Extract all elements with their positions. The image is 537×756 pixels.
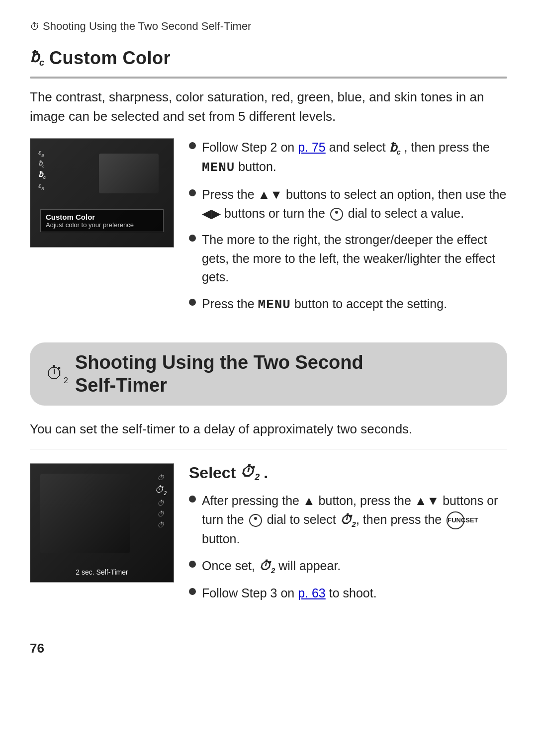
camera-menu-title: Custom Color bbox=[46, 213, 158, 221]
arrow-updown-2: ▲▼ bbox=[415, 494, 440, 507]
selftimer-select-heading: Select ⏱2 . bbox=[189, 463, 507, 483]
selftimer-heading: Shooting Using the Two Second Self-Timer bbox=[75, 351, 363, 397]
bullet-dot-3 bbox=[189, 235, 196, 242]
custom-color-section: ƀc Custom Color The contrast, sharpness,… bbox=[30, 48, 507, 323]
st-bullet-1-text: After pressing the ▲ button, press the ▲… bbox=[202, 492, 507, 549]
bullet-3: The more to the right, the stronger/deep… bbox=[189, 231, 507, 287]
selftimer-description: You can set the self-timer to a delay of… bbox=[30, 420, 507, 449]
link-p75[interactable]: p. 75 bbox=[298, 140, 326, 154]
menu-key-1: MENU bbox=[202, 160, 235, 175]
icon-timer-inactive-4: ⏱ bbox=[157, 521, 164, 529]
timer-sym-inline: ⏱2 bbox=[340, 512, 356, 526]
bullet-4: Press the MENU button to accept the sett… bbox=[189, 295, 507, 315]
camera-icons-row: εB ƀc ƀc εR bbox=[38, 149, 46, 191]
selftimer-icon: ⏱ bbox=[30, 21, 40, 32]
arrow-up-1: ▲ bbox=[303, 494, 315, 507]
st-bullet-3-text: Follow Step 3 on p. 63 to shoot. bbox=[202, 584, 377, 603]
dial-icon-1 bbox=[330, 208, 343, 221]
st-bullet-2-text: Once set, ⏱2 will appear. bbox=[202, 557, 341, 577]
arrow-leftright: ◀▶ bbox=[202, 206, 221, 220]
icon-eb: εB bbox=[38, 149, 46, 158]
selftimer-bullets: After pressing the ▲ button, press the ▲… bbox=[189, 492, 507, 603]
custom-color-heading: Custom Color bbox=[49, 48, 171, 69]
bullet-4-text: Press the MENU button to accept the sett… bbox=[202, 295, 447, 315]
camera-sim-2: ⏱ ⏱2 ⏱ ⏱ ⏱ 2 sec. Self-Timer bbox=[30, 464, 174, 582]
title-divider bbox=[30, 77, 507, 79]
bullet-2: Press the ▲▼ buttons to select an option… bbox=[189, 185, 507, 223]
bullet-1: Follow Step 2 on p. 75 and select ƀc , t… bbox=[189, 138, 507, 177]
selftimer-sym: ⏱2 bbox=[240, 463, 260, 483]
st-bullet-dot-1 bbox=[189, 496, 196, 503]
custom-color-bullets: Follow Step 2 on p. 75 and select ƀc , t… bbox=[189, 138, 507, 323]
selftimer-content: Select ⏱2 . After pressing the ▲ button,… bbox=[189, 463, 507, 611]
bullet-3-text: The more to the right, the stronger/deep… bbox=[202, 231, 507, 287]
icon-timer-inactive-1: ⏱ bbox=[157, 474, 164, 482]
st-bullet-dot-2 bbox=[189, 561, 196, 568]
selftimer-label-bottom: 2 sec. Self-Timer bbox=[76, 568, 128, 576]
selftimer-title-icon: ⏱2 bbox=[46, 363, 68, 385]
st-bullet-2: Once set, ⏱2 will appear. bbox=[189, 557, 507, 577]
period: . bbox=[264, 464, 268, 482]
custom-color-camera-image: εB ƀc ƀc εR Custom Color Adjust color to… bbox=[30, 138, 174, 248]
st-bullet-3: Follow Step 3 on p. 63 to shoot. bbox=[189, 584, 507, 603]
page-number: 76 bbox=[30, 641, 507, 656]
selftimer-camera-image: ⏱ ⏱2 ⏱ ⏱ ⏱ 2 sec. Self-Timer bbox=[30, 463, 174, 583]
icon-bc-inactive: ƀc bbox=[38, 160, 46, 168]
bullet-2-text: Press the ▲▼ buttons to select an option… bbox=[202, 185, 507, 223]
st-bullet-dot-3 bbox=[189, 588, 196, 595]
selftimer-title-box: ⏱2 Shooting Using the Two Second Self-Ti… bbox=[30, 342, 507, 406]
icon-timer-inactive-2: ⏱ bbox=[157, 499, 164, 507]
custom-color-content-row: εB ƀc ƀc εR Custom Color Adjust color to… bbox=[30, 138, 507, 323]
selftimer-section: ⏱2 Shooting Using the Two Second Self-Ti… bbox=[30, 342, 507, 611]
bullet-dot-4 bbox=[189, 299, 196, 306]
icon-bc-active: ƀc bbox=[38, 170, 46, 180]
camera-menu-sim: εB ƀc ƀc εR Custom Color Adjust color to… bbox=[30, 139, 174, 247]
arrow-updown-1: ▲▼ bbox=[258, 187, 283, 201]
icon-br: εR bbox=[38, 182, 46, 191]
menu-key-2: MENU bbox=[258, 297, 291, 312]
bullet-1-text: Follow Step 2 on p. 75 and select ƀc , t… bbox=[202, 138, 507, 177]
custom-color-title-row: ƀc Custom Color bbox=[30, 48, 507, 69]
bullet-dot-2 bbox=[189, 189, 196, 196]
icon-timer-inactive-3: ⏱ bbox=[157, 510, 164, 518]
st-bullet-1: After pressing the ▲ button, press the ▲… bbox=[189, 492, 507, 549]
selftimer-select-section: ⏱ ⏱2 ⏱ ⏱ ⏱ 2 sec. Self-Timer Select ⏱2 . bbox=[30, 463, 507, 611]
breadcrumb: ⏱ Shooting Using the Two Second Self-Tim… bbox=[30, 20, 507, 33]
selftimer-photo-sim bbox=[40, 474, 130, 553]
icon-timer-active: ⏱2 bbox=[155, 485, 167, 496]
custom-color-description: The contrast, sharpness, color saturatio… bbox=[30, 87, 507, 126]
camera-photo-sim bbox=[99, 154, 159, 193]
custom-color-sym: ƀc bbox=[389, 141, 401, 154]
dial-icon-2 bbox=[249, 514, 262, 527]
custom-color-icon: ƀc bbox=[30, 48, 44, 68]
camera-menu-subtitle: Adjust color to your preference bbox=[46, 221, 158, 229]
camera-menu-overlay: Custom Color Adjust color to your prefer… bbox=[40, 209, 164, 232]
link-p63[interactable]: p. 63 bbox=[298, 586, 326, 600]
select-label: Select bbox=[189, 464, 236, 482]
timer-sym-2: ⏱2 bbox=[259, 559, 275, 573]
bullet-dot-1 bbox=[189, 142, 196, 149]
func-set-icon: FUNCSET bbox=[447, 511, 464, 529]
breadcrumb-text: Shooting Using the Two Second Self-Timer bbox=[43, 20, 251, 33]
selftimer-side-icons: ⏱ ⏱2 ⏱ ⏱ ⏱ bbox=[155, 474, 167, 529]
